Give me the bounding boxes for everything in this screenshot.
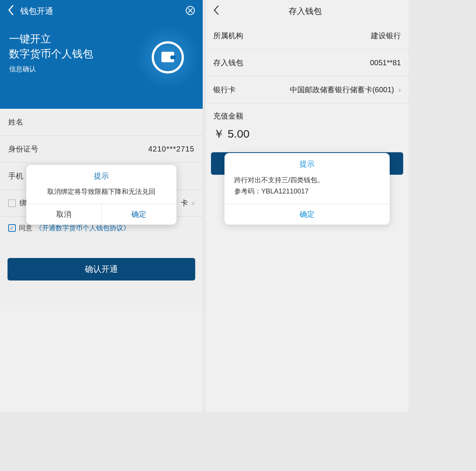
id-label: 身份证号 <box>8 144 38 154</box>
close-icon[interactable] <box>185 6 195 17</box>
org-label: 所属机构 <box>213 31 243 41</box>
phone-label: 手机 <box>8 171 23 181</box>
bind-checkbox[interactable] <box>8 200 16 207</box>
org-value: 建设银行 <box>371 31 401 41</box>
wallet-row[interactable]: 存入钱包 0051**81 <box>206 50 408 76</box>
hero-section: 一键开立 数字货币个人钱包 信息确认 <box>0 22 203 109</box>
wallet-value: 0051**81 <box>370 58 401 67</box>
dialog-buttons: 取消 确定 <box>26 204 176 225</box>
dialog-line1: 跨行对出不支持三/四类钱包。 <box>234 174 380 186</box>
left-header: 钱包开通 <box>0 0 203 22</box>
amount-label: 充值金额 <box>206 104 408 124</box>
confirm-button[interactable]: 确定 <box>224 204 390 225</box>
back-icon[interactable] <box>8 5 14 18</box>
left-screen: 钱包开通 一键开立 数字货币个人钱包 信息确认 姓名 身份证号 4210***2… <box>0 0 203 412</box>
right-header: 存入钱包 <box>206 0 408 22</box>
submit-button[interactable]: 确认开通 <box>8 258 195 280</box>
dialog-line2: 参考码：YBLA12110017 <box>234 186 380 197</box>
left-title: 钱包开通 <box>20 6 185 17</box>
id-value: 4210***2715 <box>148 145 194 153</box>
id-row[interactable]: 身份证号 4210***2715 <box>0 136 203 163</box>
agree-text: 同意 <box>19 224 32 232</box>
submit-label: 确认开通 <box>85 264 118 275</box>
dialog-title: 提示 <box>224 153 390 173</box>
confirm-button[interactable]: 确定 <box>102 204 177 225</box>
agree-checkbox[interactable]: ✓ <box>8 224 16 232</box>
right-title: 存入钱包 <box>209 6 401 17</box>
left-dialog: 提示 取消绑定将导致限额下降和无法兑回 取消 确定 <box>26 165 176 225</box>
dialog-title: 提示 <box>26 165 176 184</box>
dialog-body: 取消绑定将导致限额下降和无法兑回 <box>26 184 176 204</box>
bind-value: 卡 <box>181 199 188 207</box>
cancel-button[interactable]: 取消 <box>26 204 102 225</box>
chevron-right-icon: › <box>398 86 401 94</box>
right-screen: 存入钱包 所属机构 建设银行 存入钱包 0051**81 银行卡 中国邮政储蓄银… <box>206 0 408 412</box>
name-row[interactable]: 姓名 <box>0 109 203 136</box>
card-row[interactable]: 银行卡 中国邮政储蓄银行储蓄卡(6001) › <box>206 76 408 104</box>
right-dialog: 提示 跨行对出不支持三/四类钱包。 参考码：YBLA12110017 确定 <box>224 153 390 225</box>
wallet-icon <box>143 33 192 82</box>
agreement-link[interactable]: 《开通数字货币个人钱包协议》 <box>35 224 130 232</box>
dialog-body: 跨行对出不支持三/四类钱包。 参考码：YBLA12110017 <box>224 173 390 204</box>
wallet-label: 存入钱包 <box>213 58 243 68</box>
svg-rect-3 <box>170 56 176 59</box>
amount-value[interactable]: ￥ 5.00 <box>206 124 408 152</box>
card-value: 中国邮政储蓄银行储蓄卡(6001) <box>290 86 394 94</box>
card-label: 银行卡 <box>213 85 236 95</box>
chevron-right-icon: › <box>192 199 194 207</box>
dialog-buttons: 确定 <box>224 204 390 225</box>
org-row: 所属机构 建设银行 <box>206 22 408 50</box>
name-label: 姓名 <box>8 117 23 127</box>
bind-label: 绑 <box>20 198 27 208</box>
